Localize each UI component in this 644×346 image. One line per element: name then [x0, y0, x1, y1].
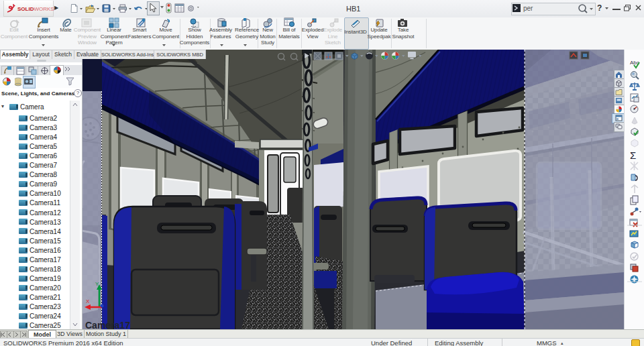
svg-text:Σ: Σ [630, 150, 636, 161]
svg-text:Y: Y [95, 281, 99, 287]
svg-text:X: X [86, 298, 90, 304]
svg-text:Camera17: Camera17 [85, 320, 130, 329]
